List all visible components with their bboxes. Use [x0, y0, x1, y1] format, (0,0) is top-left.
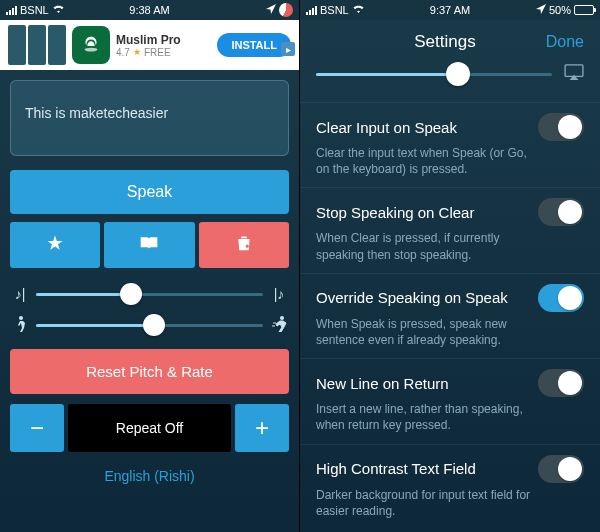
run-icon	[271, 316, 287, 335]
repeat-plus-button[interactable]: +	[235, 404, 289, 452]
setting-title: Clear Input on Speak	[316, 119, 457, 136]
setting-item: Clear Input on Speak Clear the input tex…	[300, 102, 600, 187]
setting-desc: When Speak is pressed, speak new sentenc…	[316, 316, 584, 348]
wifi-icon	[352, 4, 365, 16]
repeat-label[interactable]: Repeat Off	[68, 404, 231, 452]
battery-pie-icon	[279, 3, 293, 17]
settings-list: Clear Input on Speak Clear the input tex…	[300, 102, 600, 529]
status-time: 9:37 AM	[430, 4, 470, 16]
trash-icon	[236, 234, 252, 256]
setting-title: High Contrast Text Field	[316, 460, 476, 477]
status-bar: BSNL 9:38 AM	[0, 0, 299, 20]
setting-desc: Darker background for input text field f…	[316, 487, 584, 519]
signal-icon	[6, 6, 17, 15]
text-input[interactable]: This is maketecheasier	[10, 80, 289, 156]
settings-title: Settings	[356, 32, 534, 52]
setting-toggle[interactable]	[538, 113, 584, 141]
done-button[interactable]: Done	[534, 33, 584, 51]
carrier-label: BSNL	[320, 4, 349, 16]
svg-point-1	[19, 316, 23, 320]
setting-title: Override Speaking on Speak	[316, 289, 508, 306]
rate-slider-row	[10, 316, 289, 335]
setting-toggle[interactable]	[538, 455, 584, 483]
signal-icon	[306, 6, 317, 15]
ad-app-icon	[72, 26, 110, 64]
setting-item: New Line on Return Insert a new line, ra…	[300, 358, 600, 443]
pitch-slider-row: ♪| |♪	[10, 286, 289, 302]
location-icon	[536, 4, 546, 16]
repeat-minus-button[interactable]: −	[10, 404, 64, 452]
setting-item: Stop Speaking on Clear When Clear is pre…	[300, 187, 600, 272]
svg-point-0	[85, 48, 98, 52]
status-time: 9:38 AM	[129, 4, 169, 16]
screen-main: BSNL 9:38 AM Muslim Pro 4.7★ FREE INS	[0, 0, 300, 532]
star-icon	[46, 234, 64, 256]
high-pitch-icon: |♪	[271, 286, 287, 302]
setting-title: Stop Speaking on Clear	[316, 204, 474, 221]
history-button[interactable]	[104, 222, 194, 268]
favorite-button[interactable]	[10, 222, 100, 268]
speak-button[interactable]: Speak	[10, 170, 289, 214]
svg-point-2	[280, 316, 284, 320]
walk-icon	[12, 316, 28, 335]
book-icon	[139, 235, 159, 255]
screen-settings: BSNL 9:37 AM 50% Settings Done	[300, 0, 600, 532]
volume-row	[300, 60, 600, 102]
setting-item: High Contrast Text Field Darker backgrou…	[300, 444, 600, 529]
volume-slider[interactable]	[316, 73, 552, 76]
ad-screenshots	[8, 25, 66, 65]
carrier-label: BSNL	[20, 4, 49, 16]
setting-toggle[interactable]	[538, 369, 584, 397]
ad-banner[interactable]: Muslim Pro 4.7★ FREE INSTALL ▸	[0, 20, 299, 70]
ad-meta: 4.7★ FREE	[116, 47, 211, 58]
setting-toggle[interactable]	[538, 198, 584, 226]
rate-slider[interactable]	[36, 324, 263, 327]
battery-label: 50%	[549, 4, 571, 16]
ad-title: Muslim Pro	[116, 33, 211, 47]
status-bar: BSNL 9:37 AM 50%	[300, 0, 600, 20]
setting-desc: Insert a new line, rather than speaking,…	[316, 401, 584, 433]
pitch-slider[interactable]	[36, 293, 263, 296]
setting-desc: Clear the input text when Speak (or Go, …	[316, 145, 584, 177]
low-pitch-icon: ♪|	[12, 286, 28, 302]
location-icon	[266, 4, 276, 16]
airplay-icon[interactable]	[564, 64, 584, 84]
install-button[interactable]: INSTALL	[217, 33, 291, 57]
language-button[interactable]: English (Rishi)	[10, 464, 289, 484]
wifi-icon	[52, 4, 65, 16]
clear-button[interactable]	[199, 222, 289, 268]
ad-close-icon[interactable]: ▸	[281, 42, 295, 56]
setting-desc: When Clear is pressed, if currently spea…	[316, 230, 584, 262]
setting-title: New Line on Return	[316, 375, 449, 392]
setting-toggle[interactable]	[538, 284, 584, 312]
setting-item: Override Speaking on Speak When Speak is…	[300, 273, 600, 358]
settings-header: Settings Done	[300, 20, 600, 60]
battery-icon	[574, 5, 594, 15]
reset-button[interactable]: Reset Pitch & Rate	[10, 349, 289, 394]
